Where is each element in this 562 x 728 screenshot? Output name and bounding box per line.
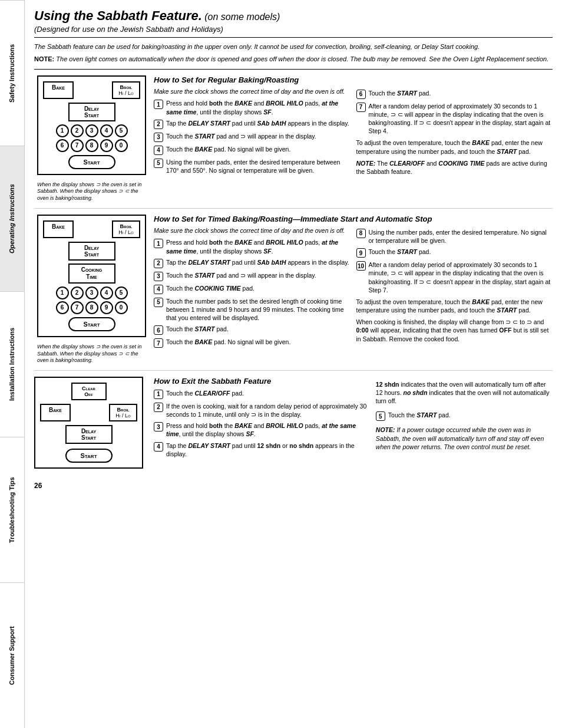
step-3-2: 2 If the oven is cooking, wait for a ran… <box>154 402 370 419</box>
start-oval-3: Start <box>65 449 113 463</box>
step-num-1-2: 2 <box>154 120 163 129</box>
broil-button-1: BroilHi / Lo <box>112 81 140 99</box>
page-subtitle: (Designed for use on the Jewish Sabbath … <box>34 25 553 38</box>
step-num-1-6: 6 <box>356 90 366 99</box>
step-1-1: 1 Press and hold both the BAKE and BROIL… <box>154 99 351 116</box>
oven-diagram-1: Bake BroilHi / Lo DelayStart 1 2 3 4 5 <box>37 75 146 175</box>
num2-6: 6 <box>56 301 69 314</box>
step-1-3: 3 Touch the START pad and ⊃ will appear … <box>154 132 351 142</box>
section2-left: Bake BroilHi / Lo DelayStart CookingTime… <box>34 215 149 364</box>
bake-button-3: Bake <box>40 404 71 421</box>
sidebar: Safety Instructions Operating Instructio… <box>0 0 25 728</box>
num-9: 9 <box>100 139 113 152</box>
sidebar-tab-installation[interactable]: Installation Instructions <box>0 291 24 437</box>
step-2-6: 6 Touch the START pad. <box>154 325 351 335</box>
intro-text: The Sabbath feature can be used for baki… <box>34 42 553 51</box>
step-2-9: 9 Touch the START pad. <box>356 248 553 258</box>
section2-adjust-note: To adjust the oven temperature, touch th… <box>356 298 553 314</box>
step-2-5: 5 Touch the number pads to set the desir… <box>154 297 351 322</box>
step-1-6: 6 Touch the START pad. <box>356 89 553 99</box>
section1-left: Bake BroilHi / Lo DelayStart 1 2 3 4 5 <box>34 75 149 202</box>
step-3-3: 3 Press and hold both the BAKE and BROIL… <box>154 421 370 438</box>
section3-power-note: NOTE: If a power outage occurred while t… <box>376 426 553 451</box>
page-number: 26 <box>34 482 553 490</box>
num2-7: 7 <box>71 301 84 314</box>
section-exit-sabbath: ClearOff Bake BroilHi / Lo DelayStart St… <box>34 377 553 478</box>
section1-clear-note: NOTE: The CLEAR/OFF and COOKING TIME pad… <box>356 159 553 176</box>
step-num-1-3: 3 <box>154 133 163 142</box>
section2-right: How to Set for Timed Baking/Roasting—Imm… <box>154 215 553 364</box>
sidebar-tab-troubleshooting[interactable]: Troubleshooting Tips <box>0 437 24 582</box>
step-2-7: 7 Touch the BAKE pad. No signal will be … <box>154 338 351 348</box>
step-3-1: 1 Touch the CLEAR/OFF pad. <box>154 389 370 399</box>
section3-steps-col: How to Exit the Sabbath Feature 1 Touch … <box>154 377 370 472</box>
step-1-5: 5 Using the number pads, enter the desir… <box>154 158 351 174</box>
step-num-1-1: 1 <box>154 100 163 109</box>
num-3: 3 <box>85 124 98 137</box>
delay-start-3: DelayStart <box>65 425 113 444</box>
num2-8: 8 <box>85 301 98 314</box>
oven-diagram-2: Bake BroilHi / Lo DelayStart CookingTime… <box>37 215 146 337</box>
oven-caption-2: When the display shows ⊃ the oven is set… <box>37 344 146 364</box>
numpad-1: 1 2 3 4 5 6 7 8 9 0 <box>43 124 140 152</box>
section2-when-done: When cooking is finished, the display wi… <box>356 318 553 343</box>
step-2-4: 4 Touch the COOKING TIME pad. <box>154 284 351 294</box>
section-regular-baking: Bake BroilHi / Lo DelayStart 1 2 3 4 5 <box>34 75 553 209</box>
step-1-2: 2 Tap the DELAY START pad until SAb bAtH… <box>154 119 351 129</box>
delay-start-2: DelayStart <box>68 242 115 261</box>
section1-adjust-note: To adjust the oven temperature, touch th… <box>356 139 553 155</box>
num-1: 1 <box>56 124 69 137</box>
main-content: Using the Sabbath Feature. (on some mode… <box>25 0 562 728</box>
numpad-2: 1 2 3 4 5 6 7 8 9 0 <box>43 286 140 314</box>
section1-right: How to Set for Regular Baking/Roasting M… <box>154 75 553 202</box>
num-2: 2 <box>71 124 84 137</box>
step-2-2: 2 Tap the DELAY START pad until SAb bAtH… <box>154 258 351 268</box>
section-timed-baking: Bake BroilHi / Lo DelayStart CookingTime… <box>34 215 553 371</box>
num-8: 8 <box>85 139 98 152</box>
section3-left: ClearOff Bake BroilHi / Lo DelayStart St… <box>34 377 149 472</box>
num-5: 5 <box>115 124 128 137</box>
section3-shdn-note: 12 shdn indicates that the oven will aut… <box>376 380 553 406</box>
clear-off-button: ClearOff <box>71 383 107 400</box>
step-2-8: 8 Using the number pads, enter the desir… <box>356 228 553 245</box>
num-4: 4 <box>100 124 113 137</box>
broil-button-3: BroilHi / Lo <box>109 404 137 421</box>
num-0: 0 <box>115 139 128 152</box>
start-oval-2: Start <box>68 317 115 331</box>
num-6: 6 <box>56 139 69 152</box>
bake-button-1: Bake <box>43 81 74 99</box>
step-2-1: 1 Press and hold both the BAKE and BROIL… <box>154 238 351 255</box>
section1-make-sure: Make sure the clock shows the correct ti… <box>154 88 351 96</box>
cooking-time-button: CookingTime <box>68 263 115 284</box>
section3-right: How to Exit the Sabbath Feature 1 Touch … <box>154 377 553 472</box>
num2-3: 3 <box>85 286 98 299</box>
note-text: NOTE: The oven light comes on automatica… <box>34 55 553 69</box>
step-3-4: 4 Tap the DELAY START pad until 12 shdn … <box>154 442 370 458</box>
sidebar-tab-consumer[interactable]: Consumer Support <box>0 582 24 728</box>
num2-2: 2 <box>71 286 84 299</box>
num2-5: 5 <box>115 286 128 299</box>
step-num-1-7: 7 <box>356 103 366 112</box>
step-num-1-4: 4 <box>154 146 163 155</box>
sidebar-tab-operating[interactable]: Operating Instructions <box>0 146 24 291</box>
step-1-4: 4 Touch the BAKE pad. No signal will be … <box>154 145 351 155</box>
num-7: 7 <box>71 139 84 152</box>
page-title: Using the Sabbath Feature. (on some mode… <box>34 8 553 24</box>
oven-caption-1: When the display shows ⊃ the oven is set… <box>37 182 146 202</box>
start-oval-1: Start <box>68 155 115 169</box>
section3-heading: How to Exit the Sabbath Feature <box>154 377 370 386</box>
section1-heading: How to Set for Regular Baking/Roasting <box>154 75 553 84</box>
num2-4: 4 <box>100 286 113 299</box>
num2-1: 1 <box>56 286 69 299</box>
sidebar-tab-safety[interactable]: Safety Instructions <box>0 0 24 146</box>
section3-notes-col: 12 shdn indicates that the oven will aut… <box>376 377 553 472</box>
step-1-7: 7 After a random delay period of approxi… <box>356 102 553 136</box>
bake-button-2: Bake <box>43 220 74 238</box>
step-2-3: 3 Touch the START pad and ⊃ will appear … <box>154 271 351 281</box>
num2-9: 9 <box>100 301 113 314</box>
broil-button-2: BroilHi / Lo <box>112 220 140 238</box>
num2-0: 0 <box>115 301 128 314</box>
delay-start-1: DelayStart <box>68 103 115 121</box>
section2-make-sure: Make sure the clock shows the correct ti… <box>154 227 351 235</box>
step-num-1-5: 5 <box>154 159 163 168</box>
